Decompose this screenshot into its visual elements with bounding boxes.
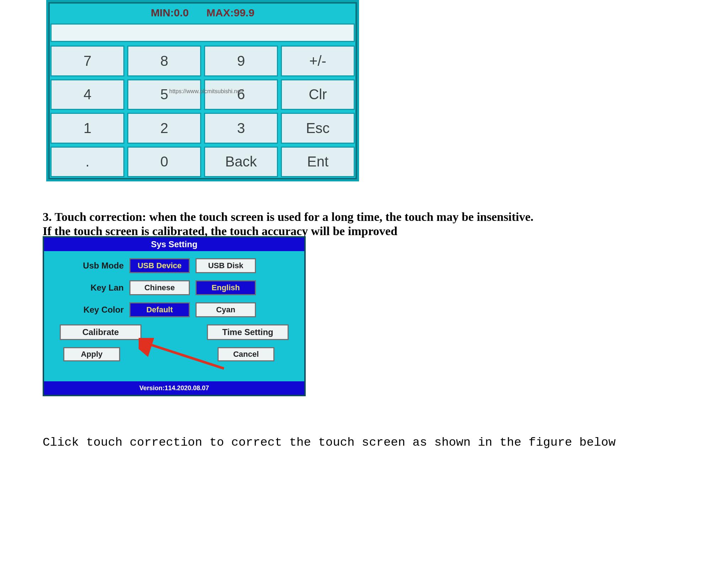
sys-setting-panel: Sys Setting Usb Mode USB Device USB Disk… [43,236,306,396]
keypad-grid: 7 8 9 +/- 4 5 6 Clr 1 2 3 Esc . 0 Back E… [48,44,357,179]
label-key-lan: Key Lan [53,283,124,293]
label-usb-mode: Usb Mode [53,261,124,271]
btn-time-setting[interactable]: Time Setting [207,324,289,340]
key-esc[interactable]: Esc [281,113,355,144]
sys-setting-title: Sys Setting [44,238,304,251]
key-3[interactable]: 3 [204,113,278,144]
key-back[interactable]: Back [204,147,278,177]
key-clr[interactable]: Clr [281,79,355,110]
key-0[interactable]: 0 [127,147,201,177]
watermark-url: https://www.plcmitsubishi.net/ [169,88,243,95]
btn-usb-disk[interactable]: USB Disk [196,258,256,273]
key-4[interactable]: 4 [50,79,124,110]
min-label: MIN:0.0 [151,7,189,19]
key-7[interactable]: 7 [50,46,124,76]
row-key-lan: Key Lan Chinese English [53,280,296,295]
btn-chinese[interactable]: Chinese [129,280,190,295]
row-key-color: Key Color Default Cyan [53,302,296,317]
key-8[interactable]: 8 [127,46,201,76]
bottom-line: Click touch correction to correct the to… [43,436,682,449]
key-dot[interactable]: . [50,147,124,177]
row-usb-mode: Usb Mode USB Device USB Disk [53,258,296,273]
btn-usb-device[interactable]: USB Device [129,258,190,273]
btn-default-color[interactable]: Default [129,302,190,317]
btn-cancel[interactable]: Cancel [218,347,274,361]
row-apply-cancel: Apply Cancel [53,347,296,361]
row-calibrate-time: Calibrate Time Setting [53,324,296,340]
btn-calibrate[interactable]: Calibrate [60,324,141,340]
key-ent[interactable]: Ent [281,147,355,177]
label-key-color: Key Color [53,305,124,315]
sys-version: Version:114.2020.08.07 [44,381,304,395]
keypad-range-header: MIN:0.0 MAX:99.9 [48,2,357,23]
btn-apply[interactable]: Apply [63,347,120,361]
key-1[interactable]: 1 [50,113,124,144]
key-9[interactable]: 9 [204,46,278,76]
max-label: MAX:99.9 [207,7,255,19]
key-sign[interactable]: +/- [281,46,355,76]
keypad-panel: MIN:0.0 MAX:99.9 7 8 9 +/- 4 5 6 Clr 1 2… [46,0,359,181]
keypad-display[interactable] [50,23,355,42]
btn-cyan-color[interactable]: Cyan [196,302,256,317]
btn-english[interactable]: English [196,280,256,295]
section3-line1: 3. Touch correction: when the touch scre… [43,210,682,224]
key-2[interactable]: 2 [127,113,201,144]
